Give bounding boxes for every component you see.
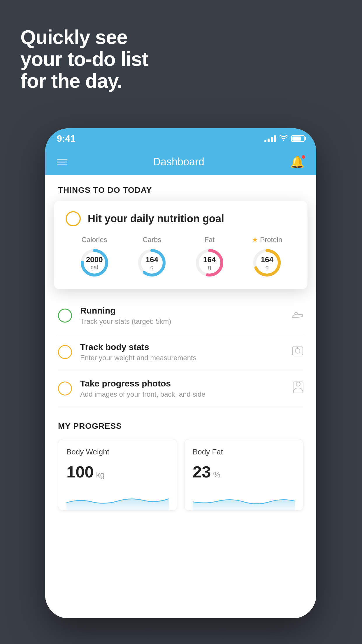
body-fat-value-row: 23 % xyxy=(193,462,295,481)
protein-ring: 164 g xyxy=(251,247,283,279)
todo-text-bodystats: Track body stats Enter your weight and m… xyxy=(80,342,284,362)
status-icons xyxy=(264,134,305,143)
hamburger-menu[interactable] xyxy=(57,159,67,165)
protein-stat: ★ Protein 164 g xyxy=(251,236,283,279)
todo-item-bodystats[interactable]: Track body stats Enter your weight and m… xyxy=(58,334,303,370)
todo-text-running: Running Track your stats (target: 5km) xyxy=(80,306,284,326)
todo-text-photos: Take progress photos Add images of your … xyxy=(80,379,285,398)
hero-line3: for the day. xyxy=(20,70,148,92)
battery-icon xyxy=(291,135,305,142)
status-time: 9:41 xyxy=(57,133,75,144)
todo-circle-running xyxy=(58,309,72,323)
nav-title: Dashboard xyxy=(153,156,204,168)
hero-line2: your to-do list xyxy=(20,48,148,70)
phone-mockup: 9:41 Dashboard 🔔 xyxy=(45,128,316,618)
body-weight-value-row: 100 kg xyxy=(66,462,169,481)
notifications-button[interactable]: 🔔 xyxy=(290,155,305,169)
todo-subtitle-running: Track your stats (target: 5km) xyxy=(80,317,284,326)
wifi-icon xyxy=(280,134,288,143)
hero-line1: Quickly see xyxy=(20,26,148,48)
body-fat-chart xyxy=(193,487,295,510)
body-fat-unit: % xyxy=(213,470,220,480)
svg-point-11 xyxy=(296,382,300,386)
svg-rect-12 xyxy=(293,382,303,393)
body-weight-title: Body Weight xyxy=(66,447,169,456)
status-bar: 9:41 xyxy=(45,128,316,149)
nutrition-card-title: Hit your daily nutrition goal xyxy=(88,213,224,225)
nutrition-stats: Calories 2000 cal Carbs xyxy=(66,236,296,279)
notification-badge xyxy=(301,155,306,159)
todo-list: Running Track your stats (target: 5km) T… xyxy=(45,298,316,407)
todo-subtitle-photos: Add images of your front, back, and side xyxy=(80,390,285,398)
things-to-do-header: THINGS TO DO TODAY xyxy=(45,175,316,201)
scale-icon xyxy=(292,346,303,359)
body-fat-card[interactable]: Body Fat 23 % xyxy=(184,439,303,511)
todo-title-photos: Take progress photos xyxy=(80,379,285,388)
person-icon xyxy=(293,382,303,396)
svg-point-9 xyxy=(295,349,300,353)
todo-circle-bodystats xyxy=(58,345,72,359)
main-content: THINGS TO DO TODAY Hit your daily nutrit… xyxy=(45,175,316,618)
fat-stat: Fat 164 g xyxy=(194,236,226,279)
calories-stat: Calories 2000 cal xyxy=(78,236,110,279)
carbs-label: Carbs xyxy=(143,236,161,244)
body-fat-title: Body Fat xyxy=(193,447,295,456)
hero-text: Quickly see your to-do list for the day. xyxy=(20,26,148,92)
nutrition-card[interactable]: Hit your daily nutrition goal Calories 2… xyxy=(54,201,307,289)
todo-item-running[interactable]: Running Track your stats (target: 5km) xyxy=(58,298,303,334)
nutrition-check-circle xyxy=(66,211,81,226)
carbs-ring: 164 g xyxy=(136,247,168,279)
carbs-stat: Carbs 164 g xyxy=(136,236,168,279)
calories-ring: 2000 cal xyxy=(78,247,110,279)
progress-cards: Body Weight 100 kg xyxy=(58,439,303,511)
fat-label: Fat xyxy=(204,236,215,244)
todo-subtitle-bodystats: Enter your weight and measurements xyxy=(80,354,284,362)
body-weight-card[interactable]: Body Weight 100 kg xyxy=(58,439,177,511)
body-fat-value: 23 xyxy=(193,462,211,481)
todo-circle-photos xyxy=(58,382,72,396)
nav-bar: Dashboard 🔔 xyxy=(45,149,316,175)
todo-title-bodystats: Track body stats xyxy=(80,342,284,352)
fat-ring: 164 g xyxy=(194,247,226,279)
body-weight-chart xyxy=(66,487,169,510)
my-progress-header: MY PROGRESS xyxy=(58,421,303,431)
body-weight-unit: kg xyxy=(96,470,105,480)
my-progress-section: MY PROGRESS Body Weight 100 kg xyxy=(45,407,316,511)
star-icon: ★ xyxy=(252,236,258,244)
body-weight-value: 100 xyxy=(66,462,94,481)
signal-icon xyxy=(264,135,276,142)
nutrition-card-header: Hit your daily nutrition goal xyxy=(66,211,296,226)
protein-label: ★ Protein xyxy=(252,236,282,244)
shoe-icon xyxy=(292,309,303,322)
todo-title-running: Running xyxy=(80,306,284,316)
todo-item-photos[interactable]: Take progress photos Add images of your … xyxy=(58,370,303,407)
calories-label: Calories xyxy=(82,236,107,244)
